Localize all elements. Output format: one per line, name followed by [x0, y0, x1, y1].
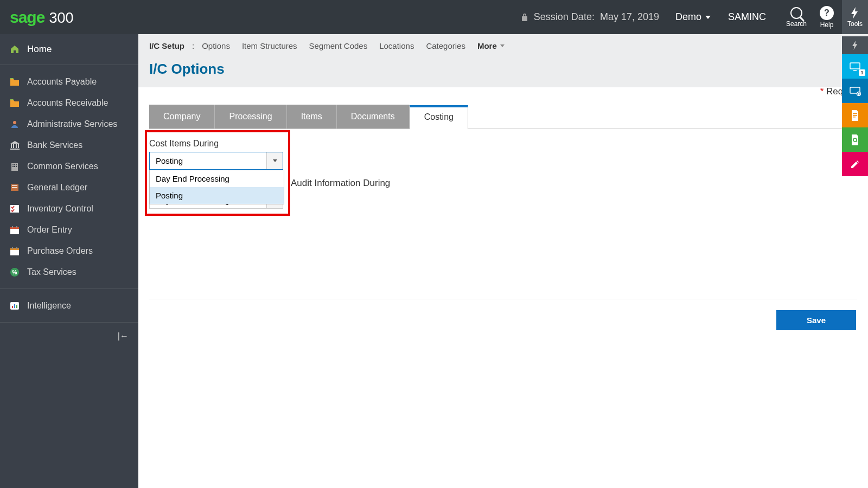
- page-title-bar: I/C Options: [138, 57, 868, 87]
- sidebar-home[interactable]: Home: [0, 34, 138, 65]
- app-header: sage 300 Session Date: May 17, 2019 Demo…: [0, 0, 868, 34]
- sidebar-item-general-ledger[interactable]: General Ledger: [0, 177, 138, 198]
- collapse-sidebar-button[interactable]: |←: [118, 331, 129, 341]
- session-date: Session Date: May 17, 2019: [521, 11, 659, 23]
- caret-down-icon: [500, 44, 505, 47]
- sidebar-item-tax-services[interactable]: % Tax Services: [0, 262, 138, 283]
- sidebar-item-inventory-control[interactable]: Inventory Control: [0, 198, 138, 220]
- tool-tab-document-search[interactable]: [842, 127, 868, 152]
- logo: sage 300: [10, 8, 73, 27]
- percent-icon: %: [10, 267, 20, 277]
- option-posting[interactable]: Posting: [150, 187, 284, 204]
- sidebar-item-accounts-payable[interactable]: Accounts Payable: [0, 72, 138, 93]
- svg-rect-28: [853, 115, 857, 116]
- help-icon: ?: [820, 6, 834, 20]
- save-button[interactable]: Save: [776, 310, 856, 330]
- folder-icon: [10, 77, 20, 87]
- sidebar-item-bank-services[interactable]: Bank Services: [0, 135, 138, 156]
- sidebar-item-accounts-receivable[interactable]: Accounts Receivable: [0, 93, 138, 114]
- sidebar-item-common-services[interactable]: Common Services: [0, 156, 138, 177]
- lock-icon: [521, 13, 528, 22]
- document-search-icon: [851, 134, 859, 145]
- svg-rect-27: [853, 113, 857, 114]
- company-code: SAMINC: [728, 11, 766, 23]
- svg-rect-11: [12, 226, 13, 228]
- page-title: I/C Options: [149, 61, 857, 78]
- person-icon: [10, 119, 20, 129]
- breadcrumb-categories[interactable]: Categories: [426, 41, 465, 50]
- tab-documents[interactable]: Documents: [337, 105, 410, 129]
- badge: 1: [859, 69, 865, 76]
- sidebar-item-intelligence[interactable]: Intelligence: [0, 296, 138, 317]
- document-icon: [851, 110, 859, 121]
- search-button[interactable]: Search: [781, 0, 812, 34]
- cost-items-dropdown[interactable]: Posting Day End Processing Posting: [149, 152, 283, 170]
- dropdown-toggle-button[interactable]: [266, 152, 283, 169]
- breadcrumb-locations[interactable]: Locations: [379, 41, 414, 50]
- bank-icon: [10, 140, 20, 150]
- breadcrumb-root[interactable]: I/C Setup: [149, 41, 184, 50]
- svg-rect-20: [12, 306, 13, 308]
- svg-rect-8: [10, 205, 19, 213]
- home-icon: [10, 44, 20, 54]
- svg-rect-14: [10, 248, 19, 250]
- bolt-icon: [851, 7, 859, 19]
- monitor-help-icon: ?: [849, 86, 861, 96]
- svg-rect-29: [853, 117, 856, 118]
- sidebar-item-order-entry[interactable]: Order Entry: [0, 220, 138, 241]
- calendar-icon: [10, 246, 20, 256]
- tools-button[interactable]: Tools: [842, 0, 868, 34]
- logo-product: 300: [49, 10, 73, 27]
- right-tool-tabs: 1 ?: [842, 36, 868, 176]
- svg-rect-7: [16, 166, 17, 167]
- caret-down-icon: [705, 16, 711, 19]
- tool-tab-monitor-help[interactable]: ?: [842, 79, 868, 103]
- breadcrumb: I/C Setup : Options Item Structures Segm…: [138, 34, 868, 57]
- checklist-icon: [10, 204, 20, 214]
- svg-rect-21: [14, 304, 15, 308]
- tool-tab-monitor[interactable]: 1: [842, 54, 868, 79]
- sidebar-item-administrative-services[interactable]: Administrative Services: [0, 114, 138, 135]
- svg-rect-3: [14, 164, 15, 165]
- svg-rect-23: [850, 63, 860, 69]
- session-date-value: May 17, 2019: [600, 11, 659, 23]
- logo-brand: sage: [10, 8, 44, 27]
- demo-dropdown[interactable]: Demo: [675, 11, 711, 23]
- tab-costing[interactable]: Costing: [410, 105, 468, 129]
- svg-rect-4: [16, 164, 17, 165]
- breadcrumb-segment-codes[interactable]: Segment Codes: [309, 41, 368, 50]
- svg-rect-2: [12, 164, 14, 165]
- bolt-icon: [852, 41, 858, 50]
- tab-company[interactable]: Company: [149, 105, 215, 129]
- pencil-icon: [850, 159, 860, 169]
- svg-text:%: %: [12, 269, 17, 275]
- sidebar: Home Accounts Payable Accounts Receivabl…: [0, 34, 138, 488]
- sidebar-item-purchase-orders[interactable]: Purchase Orders: [0, 241, 138, 262]
- svg-rect-5: [12, 166, 14, 167]
- divider: [149, 299, 857, 299]
- breadcrumb-more[interactable]: More: [477, 41, 505, 50]
- tool-tab-document[interactable]: [842, 103, 868, 127]
- book-icon: [10, 183, 20, 192]
- calendar-icon: [10, 225, 20, 235]
- tool-tab-bolt[interactable]: [842, 36, 868, 54]
- caret-down-icon: [273, 159, 277, 162]
- breadcrumb-options[interactable]: Options: [202, 41, 230, 50]
- breadcrumb-item-structures[interactable]: Item Structures: [242, 41, 297, 50]
- building-icon: [10, 162, 20, 171]
- cost-items-label: Cost Items During: [149, 139, 857, 149]
- tab-processing[interactable]: Processing: [215, 105, 286, 129]
- svg-rect-16: [16, 247, 17, 249]
- help-button[interactable]: ? Help: [812, 0, 842, 34]
- option-day-end-processing[interactable]: Day End Processing: [150, 170, 284, 187]
- search-icon: [790, 7, 802, 19]
- svg-rect-22: [16, 305, 17, 308]
- svg-point-0: [13, 121, 16, 124]
- svg-rect-12: [16, 226, 17, 228]
- svg-text:?: ?: [858, 92, 860, 95]
- content-area: * Required Company Processing Items Docu…: [138, 87, 868, 320]
- tool-tab-edit[interactable]: [842, 152, 868, 176]
- svg-rect-10: [10, 227, 19, 229]
- tab-items[interactable]: Items: [287, 105, 337, 129]
- audit-info-label: Audit Information During: [291, 178, 390, 189]
